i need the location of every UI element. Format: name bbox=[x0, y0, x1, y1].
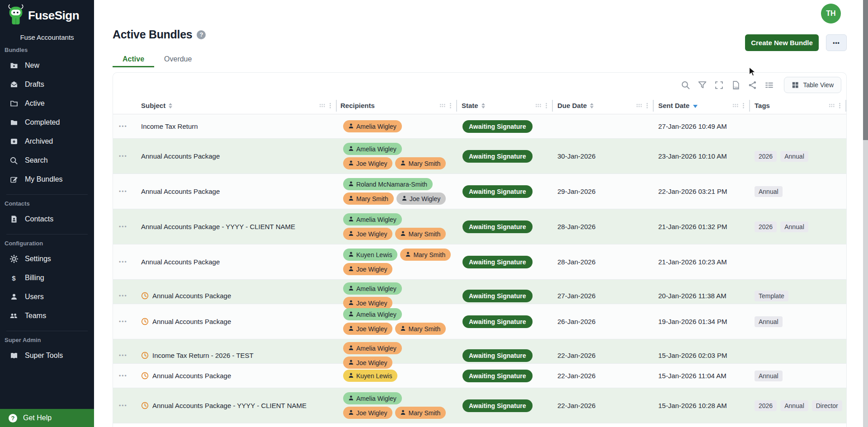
sidebar-item-search[interactable]: Search bbox=[0, 151, 94, 170]
row-menu-button[interactable]: ••• bbox=[113, 244, 136, 279]
column-menu-icon[interactable] bbox=[329, 103, 331, 108]
row-menu-button[interactable]: ••• bbox=[113, 209, 136, 244]
recipient-chip[interactable]: Amelia Wigley bbox=[343, 308, 402, 320]
row-menu-button[interactable]: ••• bbox=[113, 388, 136, 423]
get-help-button[interactable]: ? Get Help bbox=[0, 409, 94, 427]
recipient-chip[interactable]: Kuyen Lewis bbox=[343, 370, 397, 382]
recipient-chip[interactable]: Joe Wigley bbox=[343, 263, 392, 275]
table-view-button[interactable]: Table View bbox=[784, 77, 841, 93]
user-avatar[interactable]: TH bbox=[821, 4, 841, 23]
recipient-chip[interactable]: Mary Smith bbox=[343, 192, 394, 205]
table-row[interactable]: •••Annual Accounts PackageAmelia WigleyJ… bbox=[113, 139, 846, 174]
sidebar-item-teams[interactable]: Teams bbox=[0, 306, 94, 325]
column-separator[interactable] bbox=[845, 100, 846, 112]
sidebar-item-completed[interactable]: Completed bbox=[0, 113, 94, 132]
table-row[interactable]: •••Annual Accounts PackageKuyen LewisAwa… bbox=[113, 364, 846, 388]
sidebar-item-super-tools[interactable]: Super Tools bbox=[0, 346, 94, 365]
column-header-label-wrap[interactable]: Due Date bbox=[553, 102, 594, 109]
csv-export-icon[interactable]: CSV bbox=[731, 80, 741, 90]
recipient-chip[interactable]: Joe Wigley bbox=[343, 228, 392, 240]
column-header-label-wrap[interactable]: Sent Date bbox=[654, 102, 698, 109]
tags-cell bbox=[750, 244, 846, 279]
column-header-label-wrap[interactable]: State bbox=[457, 102, 485, 109]
row-menu-button[interactable]: ••• bbox=[113, 139, 136, 174]
recipient-chip[interactable]: Mary Smith bbox=[395, 157, 446, 169]
fusesign-logo[interactable]: FuseSign bbox=[0, 0, 94, 27]
person-icon bbox=[406, 251, 410, 258]
tab-active[interactable]: Active bbox=[113, 52, 154, 67]
share-icon[interactable] bbox=[748, 80, 757, 90]
column-drag-handle-icon[interactable] bbox=[636, 103, 642, 108]
column-header-label-wrap[interactable]: Subject bbox=[136, 102, 172, 109]
sidebar-item-my-bundles[interactable]: My Bundles bbox=[0, 170, 94, 189]
recipient-chip[interactable]: Mary Smith bbox=[395, 407, 446, 419]
table-row[interactable]: •••Annual Accounts Package - YYYY - CLIE… bbox=[113, 388, 846, 423]
sidebar-item-new[interactable]: New bbox=[0, 56, 94, 75]
recipient-chip[interactable]: Kuyen Lewis bbox=[343, 249, 397, 261]
recipient-chip[interactable]: Amelia Wigley bbox=[343, 213, 402, 225]
column-menu-icon[interactable] bbox=[839, 103, 841, 108]
table-row[interactable]: •••Income Tax ReturnAmelia WigleyAwaitin… bbox=[113, 114, 846, 139]
recipient-chip[interactable]: Amelia Wigley bbox=[343, 120, 402, 132]
column-menu-icon[interactable] bbox=[449, 103, 452, 108]
bundle-subject-cell: Annual Accounts Package - YYYY - CLIENT … bbox=[136, 388, 337, 423]
person-icon bbox=[349, 230, 354, 238]
column-menu-icon[interactable] bbox=[545, 103, 547, 108]
table-row[interactable]: •••Annual Accounts PackageRoland McNamar… bbox=[113, 174, 846, 209]
column-menu-icon[interactable] bbox=[742, 103, 745, 108]
scrollbar-thumb[interactable] bbox=[863, 0, 868, 140]
column-drag-handle-icon[interactable] bbox=[319, 103, 325, 108]
recipient-chip[interactable]: Mary Smith bbox=[400, 249, 451, 261]
recipient-chip[interactable]: Roland McNamara-Smith bbox=[343, 178, 433, 190]
bundle-subject: Income Tax Return bbox=[141, 122, 198, 130]
recipient-chip[interactable]: Mary Smith bbox=[395, 228, 446, 240]
sort-icon[interactable] bbox=[481, 103, 485, 108]
sort-icon[interactable] bbox=[590, 103, 594, 108]
recipient-chip[interactable]: Amelia Wigley bbox=[343, 392, 402, 404]
recipient-chip[interactable]: Amelia Wigley bbox=[343, 342, 402, 354]
filter-icon[interactable] bbox=[698, 80, 707, 90]
recipient-chip[interactable]: Joe Wigley bbox=[343, 323, 392, 335]
sidebar-item-drafts[interactable]: Drafts bbox=[0, 75, 94, 94]
sidebar-item-contacts[interactable]: Contacts bbox=[0, 210, 94, 229]
sidebar-item-active[interactable]: Active bbox=[0, 94, 94, 113]
column-drag-handle-icon[interactable] bbox=[535, 103, 541, 108]
recipient-chip[interactable]: Amelia Wigley bbox=[343, 143, 402, 155]
row-menu-button[interactable]: ••• bbox=[113, 364, 136, 388]
table-row[interactable]: •••Income Tax Return - 2026 - TESTAmelia… bbox=[113, 339, 846, 364]
recipient-chip[interactable]: Amelia Wigley bbox=[343, 282, 402, 295]
sidebar-item-billing[interactable]: $Billing bbox=[0, 268, 94, 287]
page-help-icon[interactable]: ? bbox=[197, 30, 206, 39]
recipient-chip[interactable]: Joe Wigley bbox=[343, 407, 392, 419]
due-date-cell: 28-Jan-2026 bbox=[553, 209, 654, 244]
table-row[interactable]: •••Annual Accounts PackageAmelia WigleyJ… bbox=[113, 280, 846, 304]
column-drag-handle-icon[interactable] bbox=[732, 103, 738, 108]
sidebar-item-archived[interactable]: Archived bbox=[0, 132, 94, 151]
sidebar-item-settings[interactable]: Settings bbox=[0, 249, 94, 268]
row-menu-button[interactable]: ••• bbox=[113, 304, 136, 339]
sidebar-item-users[interactable]: Users bbox=[0, 287, 94, 306]
more-options-button[interactable]: ••• bbox=[826, 34, 847, 51]
search-icon[interactable] bbox=[681, 80, 690, 90]
recipient-name: Mary Smith bbox=[408, 230, 440, 238]
bundle-subject: Annual Accounts Package - YYYY - CLIENT … bbox=[141, 223, 295, 230]
sort-icon[interactable] bbox=[169, 103, 172, 108]
column-drag-handle-icon[interactable] bbox=[439, 103, 445, 108]
recipient-chip[interactable]: Mary Smith bbox=[395, 323, 446, 335]
table-row[interactable]: •••Annual Accounts PackageAmelia WigleyJ… bbox=[113, 304, 846, 339]
tab-overdue[interactable]: Overdue bbox=[154, 52, 202, 67]
list-view-icon[interactable] bbox=[764, 80, 774, 90]
table-row[interactable]: •••Annual Accounts Package - YYYY - CLIE… bbox=[113, 209, 846, 244]
expand-icon[interactable] bbox=[714, 80, 724, 90]
recipient-chip[interactable]: Joe Wigley bbox=[396, 192, 446, 205]
recipient-chip[interactable]: Joe Wigley bbox=[343, 157, 392, 169]
column-drag-handle-icon[interactable] bbox=[829, 103, 835, 108]
tag-chip: Annual bbox=[780, 221, 808, 232]
column-menu-icon[interactable] bbox=[646, 103, 648, 108]
row-menu-button[interactable]: ••• bbox=[113, 174, 136, 209]
row-menu-button[interactable]: ••• bbox=[113, 114, 136, 138]
scrollbar[interactable] bbox=[863, 0, 868, 427]
create-new-bundle-button[interactable]: Create New Bundle bbox=[745, 34, 819, 51]
user-icon bbox=[9, 293, 18, 301]
table-row[interactable]: •••Annual Accounts PackageKuyen LewisMar… bbox=[113, 244, 846, 280]
